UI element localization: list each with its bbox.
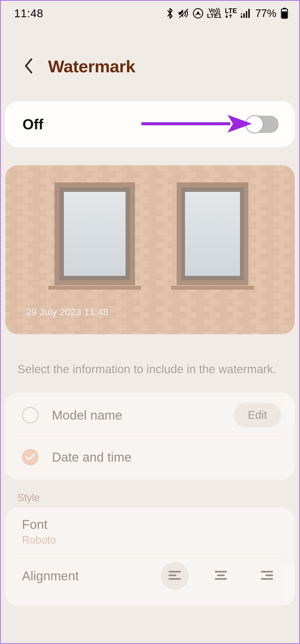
svg-rect-7	[248, 9, 250, 18]
bluetooth-icon	[166, 8, 174, 19]
watermark-preview: 29 July 2023 11:48	[5, 165, 295, 334]
svg-rect-5	[243, 13, 245, 18]
svg-point-8	[241, 13, 242, 15]
style-font-label: Font	[22, 517, 56, 532]
hotspot-icon	[192, 8, 204, 19]
watermark-options-card: Model name Edit Date and time	[5, 393, 295, 480]
option-date-time[interactable]: Date and time	[5, 436, 295, 478]
style-section-title: Style	[1, 480, 299, 507]
style-card: Font Roboto Alignment	[5, 507, 295, 606]
svg-rect-31	[181, 187, 244, 280]
network-type-icon: LTE	[225, 8, 237, 19]
watermark-toggle-label: Off	[22, 116, 43, 133]
svg-rect-6	[246, 11, 247, 18]
align-left-button[interactable]	[161, 562, 189, 590]
mute-vibrate-icon	[178, 8, 189, 19]
edit-model-name-button[interactable]: Edit	[234, 403, 281, 427]
align-right-icon	[261, 570, 273, 581]
back-chevron-icon	[23, 58, 34, 75]
watermark-toggle-row[interactable]: Off	[5, 101, 295, 147]
svg-rect-29	[48, 286, 141, 290]
volte-icon: Vo)) LTE1	[207, 8, 221, 18]
switch-knob	[245, 115, 264, 133]
option-date-time-label: Date and time	[52, 450, 281, 465]
svg-rect-25	[5, 165, 295, 334]
battery-percentage: 77%	[255, 8, 276, 19]
status-bar: 11:48 Vo)) LTE1 LTE	[1, 1, 299, 26]
svg-rect-32	[185, 192, 240, 276]
checkbox-model-name[interactable]	[22, 407, 39, 423]
page-title: Watermark	[48, 56, 135, 76]
svg-rect-11	[282, 11, 287, 18]
checkbox-date-time[interactable]	[22, 449, 39, 465]
divider	[18, 436, 282, 436]
watermark-toggle-switch[interactable]	[246, 116, 279, 133]
svg-rect-26	[54, 182, 135, 285]
status-icons-group: Vo)) LTE1 LTE 77%	[166, 8, 288, 19]
style-alignment-label: Alignment	[22, 568, 79, 583]
svg-rect-28	[64, 192, 126, 276]
svg-rect-33	[171, 286, 254, 290]
battery-icon	[281, 8, 288, 19]
style-font-value: Roboto	[22, 534, 56, 546]
option-model-name-label: Model name	[52, 408, 221, 423]
svg-point-3	[197, 12, 199, 14]
svg-rect-4	[241, 16, 242, 18]
align-center-button[interactable]	[207, 562, 235, 590]
style-alignment-row: Alignment	[5, 554, 295, 598]
option-model-name[interactable]: Model name Edit	[5, 394, 295, 436]
annotation-arrow-icon	[141, 113, 252, 135]
check-icon	[25, 453, 35, 461]
disabled-settings-region: 29 July 2023 11:48 Select the informatio…	[1, 165, 299, 606]
alignment-group	[161, 562, 281, 590]
align-center-icon	[214, 570, 227, 581]
align-right-button[interactable]	[253, 562, 281, 590]
preview-wall-icon	[5, 165, 295, 334]
status-time: 11:48	[14, 7, 43, 20]
back-button[interactable]	[20, 58, 37, 75]
svg-rect-27	[59, 187, 130, 280]
preview-watermark-text: 29 July 2023 11:48	[26, 307, 108, 318]
svg-rect-30	[177, 182, 248, 285]
style-font-row[interactable]: Font Roboto	[5, 509, 295, 554]
divider	[18, 554, 282, 554]
page-header: Watermark	[1, 26, 299, 101]
signal-icon	[240, 8, 250, 18]
info-hint: Select the information to include in the…	[1, 334, 299, 393]
align-left-icon	[168, 570, 181, 581]
